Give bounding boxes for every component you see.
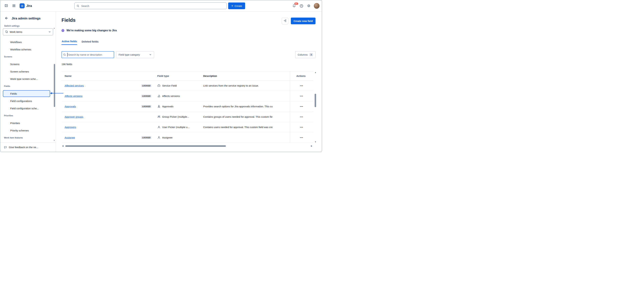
main-content: Fields Create new field i We're making s… [56,12,322,152]
row-actions-button[interactable]: ••• [298,94,306,98]
row-actions-button[interactable]: ••• [298,114,306,119]
locked-badge: LOCKED [142,105,151,108]
table-scroll-right-arrow[interactable]: ▶ [311,145,312,147]
search-icon [76,4,80,8]
topbar-right-group: 9+ ? ⚙ [291,0,320,11]
user-avatar[interactable] [314,3,320,9]
column-header-actions: Actions [290,71,313,80]
table-row: Affects versions LOCKED Affects versions… [62,91,313,101]
feedback-label: Give feedback on the ne... [9,146,38,149]
table-row: Approver groups Group Picker (multiple..… [62,112,313,122]
row-actions-button[interactable]: ••• [298,135,306,140]
fields-search [62,51,114,58]
affects-versions-icon [157,94,160,98]
collapse-sidebar-button[interactable] [3,2,10,9]
sidebar-scroll-up-arrow[interactable]: ▲ [54,27,55,29]
notifications-button[interactable]: 9+ [291,2,297,9]
back-button[interactable] [4,16,9,21]
top-navigation-bar: Jira + Create 9+ ? ⚙ [0,0,322,12]
global-search [74,2,227,9]
sidebar-item-screens[interactable]: Screens [0,60,56,68]
announcement-banner: i We're making some big changes to Jira [62,29,117,32]
create-button[interactable]: + Create [228,2,245,9]
table-row: Approvals LOCKED Approvals Provides sear… [62,101,313,112]
topbar-left-group: Jira [3,0,32,11]
work-items-icon [5,30,8,33]
jira-brand[interactable]: Jira [20,3,32,8]
help-icon: ? [300,4,303,7]
sidebar-section-fields: Fields [0,82,56,90]
tab-deleted-fields[interactable]: Deleted fields [82,40,99,45]
table-row: Approvers User Picker (multiple u... Con… [62,122,313,132]
field-description: Provides search options for Jira approva… [203,105,290,108]
table-row: Affected services LOCKED Service Field L… [62,80,313,91]
row-actions-button[interactable]: ••• [298,83,306,88]
sidebar-section-work-item-features: Work item features [0,134,56,141]
feedback-bubble-icon [4,146,7,149]
table-row: Assignee LOCKED Assignee ••• [62,132,313,143]
sidebar-header: Jira admin settings [0,12,56,21]
sidebar-item-screen-schemes[interactable]: Screen schemes [0,68,56,75]
jira-logo-icon [20,3,25,8]
tab-active-fields[interactable]: Active fields [62,40,77,45]
field-type-category-dropdown[interactable]: Field type category [116,51,154,58]
table-horizontal-scrollbar-thumb[interactable] [65,145,226,147]
sidebar-section-screens: Screens [0,53,56,60]
sidebar-item-priority-schemes[interactable]: Priority schemes [0,127,56,134]
collapse-sidebar-icon [4,4,8,8]
table-scroll-up-arrow[interactable]: ▲ [315,71,316,73]
sidebar-scrollbar-thumb[interactable] [54,64,55,107]
app-switcher-button[interactable] [10,2,17,9]
field-type-label: User Picker (multiple u... [162,126,190,129]
announcement-text: We're making some big changes to Jira [66,29,117,32]
sidebar-scroll-down-arrow[interactable]: ▼ [54,140,55,141]
locked-badge: LOCKED [142,84,151,87]
help-button[interactable]: ? [298,2,305,9]
sidebar-section-priorities: Priorities [0,112,56,119]
fields-table: Name Field type Description Actions Affe… [62,71,313,143]
field-name-link[interactable]: Approver groups [65,115,83,118]
table-scroll-down-arrow[interactable]: ▼ [315,141,316,143]
sidebar-item-fields[interactable]: Fields [3,90,50,97]
approvals-icon [157,105,160,108]
feedback-button[interactable]: Give feedback on the ne... [0,142,56,152]
table-vertical-scrollbar-thumb[interactable] [315,94,316,107]
field-description: Contains users needed for approval. This… [203,126,290,129]
field-name-link[interactable]: Approvers [65,126,76,129]
search-icon [63,53,66,57]
group-picker-icon [157,115,160,118]
settings-switcher-value: Work items [10,30,22,33]
service-field-icon [157,84,160,87]
jira-admin-fields-page: Jira + Create 9+ ? ⚙ [0,0,322,152]
app-name: Jira [26,4,32,8]
sidebar-item-field-configuration-schemes[interactable]: Field configuration sche... [0,105,56,112]
sidebar-item-workflow-schemes[interactable]: Workflow schemes [0,46,56,53]
sidebar-item-work-type-screen-schemes[interactable]: Work type screen sche... [0,75,56,82]
create-new-field-button[interactable]: Create new field [291,17,316,24]
gear-icon: ⚙ [307,4,310,8]
sidebar-title: Jira admin settings [12,16,40,20]
plus-icon: + [231,4,233,7]
sidebar-item-priorities[interactable]: Priorities [0,119,56,127]
settings-button[interactable]: ⚙ [306,2,312,9]
info-icon: i [62,29,64,32]
settings-switcher-dropdown[interactable]: Work items [3,28,53,35]
field-name-link[interactable]: Affects versions [65,95,82,97]
switch-view-button[interactable] [282,17,288,24]
field-type-label: Affects versions [162,95,180,97]
sidebar-item-field-configurations[interactable]: Field configurations [0,97,56,105]
admin-settings-sidebar: Jira admin settings Switch settings Work… [0,12,56,152]
field-name-link[interactable]: Approvals [65,105,76,108]
field-name-link[interactable]: Assignee [65,136,75,139]
table-scroll-left-arrow[interactable]: ◀ [62,145,64,147]
field-type-label: Group Picker (multiple... [162,115,189,118]
fields-search-input[interactable] [62,51,114,58]
field-name-link[interactable]: Affected services [65,84,84,87]
columns-button[interactable]: Columns 3 [295,51,316,58]
columns-count-badge: 3 [310,53,313,56]
sidebar-item-workflows[interactable]: Workflows [0,38,56,46]
global-search-input[interactable] [74,2,227,9]
row-actions-button[interactable]: ••• [298,104,306,109]
row-actions-button[interactable]: ••• [298,125,306,129]
open-in-panel-icon [283,19,286,23]
